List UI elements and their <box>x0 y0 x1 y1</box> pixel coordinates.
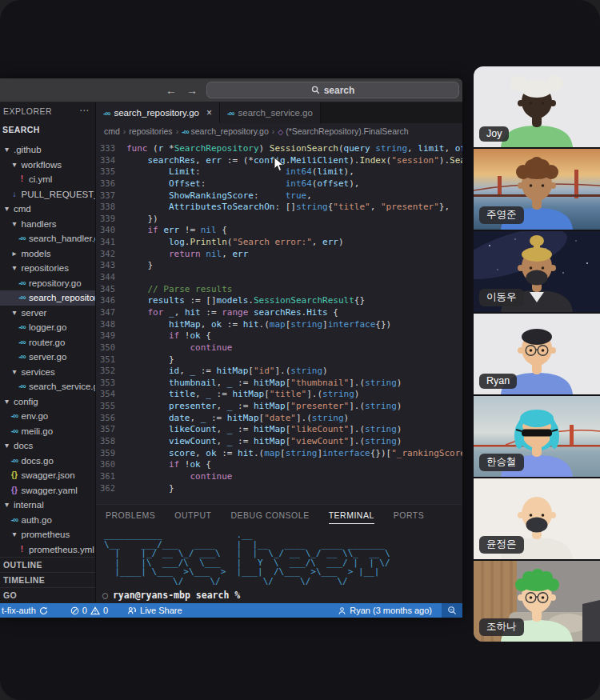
editor-tab[interactable]: -∞search_repository.go× <box>96 102 220 123</box>
tree-item[interactable]: -∞search_handler.go <box>0 231 95 246</box>
breadcrumb[interactable]: cmd›repositories›-∞ search_repository.go… <box>96 123 462 139</box>
status-bar: t-fix-auth 0 0 Live Share Ryan (3 mon <box>0 603 462 618</box>
sidebar-section-timeline[interactable]: TIMELINE <box>0 572 95 587</box>
tree-item[interactable]: ▾handlers <box>0 217 95 232</box>
breadcrumb-label: cmd <box>104 126 120 136</box>
folder-open-icon: ▾ <box>10 527 20 542</box>
tree-item[interactable]: -∞auth.go <box>0 513 95 528</box>
git-branch-label: t-fix-auth <box>2 606 36 615</box>
live-share-label: Live Share <box>140 606 182 615</box>
participant-tile[interactable]: 주영준 <box>474 149 600 230</box>
search-icon <box>311 86 320 94</box>
folder-open-icon: ▾ <box>2 438 12 454</box>
tree-item[interactable]: ↓PULL_REQUEST_T... <box>0 187 95 202</box>
code-line: 346 results := []models.SessionSearchRes… <box>96 294 462 306</box>
tree-item[interactable]: -∞server.go <box>0 350 95 365</box>
tree-item[interactable]: -∞router.go <box>0 335 95 350</box>
panel-tab[interactable]: DEBUG CONSOLE <box>231 507 310 523</box>
breadcrumb-item[interactable]: ◇ (*SearchRepository).FinalSearch <box>278 126 408 136</box>
close-icon[interactable]: × <box>206 107 212 118</box>
vscode-titlebar: ← → search <box>0 78 462 102</box>
tree-item[interactable]: ▾services <box>0 365 95 380</box>
participant-tile[interactable]: 조하나 <box>474 561 600 642</box>
tree-item[interactable]: !prometheus.yml <box>0 542 95 558</box>
person-icon <box>338 606 346 615</box>
participant-name: 주영준 <box>479 206 524 224</box>
tree-item[interactable]: ▾config <box>0 394 95 410</box>
terminal-prompt[interactable]: ○ryan@ryans-mbp search % <box>102 590 240 601</box>
symbol-icon: ◇ <box>278 128 283 136</box>
line-number: 362 <box>96 482 126 494</box>
tree-item[interactable]: -∞docs.go <box>0 454 95 469</box>
tree-item[interactable]: {}swagger.yaml <box>0 483 95 498</box>
project-section-header[interactable]: SEARCH <box>0 125 95 134</box>
line-number: 359 <box>96 447 126 459</box>
go-file-icon: -∞ <box>17 350 27 365</box>
folder-open-icon: ▾ <box>2 498 12 513</box>
command-center-search[interactable]: search <box>206 82 459 98</box>
line-number: 344 <box>96 271 126 283</box>
line-number: 346 <box>96 294 126 306</box>
participant-tile[interactable]: 한승철 <box>474 396 600 477</box>
breadcrumb-item[interactable]: cmd <box>104 126 120 136</box>
panel-tab[interactable]: PROBLEMS <box>106 507 155 523</box>
tree-item-label: auth.go <box>22 513 52 528</box>
folder-open-icon: ▾ <box>10 158 20 173</box>
tree-item[interactable]: ▾workflows <box>0 158 95 173</box>
code-line: 351 } <box>96 354 462 366</box>
line-number: 357 <box>96 423 126 435</box>
sidebar-section-go[interactable]: GO <box>0 587 95 602</box>
tab-label: search_repository.go <box>114 108 199 118</box>
git-branch[interactable]: t-fix-auth <box>2 606 48 615</box>
tree-item[interactable]: -∞logger.go <box>0 320 95 335</box>
tree-item[interactable]: -∞search_service.go <box>0 379 95 394</box>
tree-item[interactable]: ▾cmd <box>0 202 95 217</box>
tree-item[interactable]: -∞search_repository... <box>0 290 95 306</box>
tree-item[interactable]: -∞env.go <box>0 409 95 424</box>
tree-item[interactable]: ▾.github <box>0 142 95 158</box>
sidebar-section-outline[interactable]: OUTLINE <box>0 557 95 572</box>
file-tree: ▾.github▾workflows!ci.yml↓PULL_REQUEST_T… <box>0 142 95 557</box>
participant-tile[interactable]: 이동우 <box>474 231 600 312</box>
bottom-panel: PROBLEMSOUTPUTDEBUG CONSOLETERMINALPORTS… <box>96 504 462 602</box>
participant-tile[interactable]: Joy <box>474 66 600 147</box>
tree-item-label: docs <box>14 438 33 454</box>
tree-item[interactable]: ▾internal <box>0 498 95 513</box>
tree-item[interactable]: -∞repository.go <box>0 276 95 291</box>
explorer-sidebar: EXPLORER ⋯ SEARCH ▾.github▾workflows!ci.… <box>0 102 96 602</box>
participant-tile[interactable]: 윤정은 <box>474 478 600 559</box>
live-share-button[interactable]: Live Share <box>127 606 182 615</box>
tree-item[interactable]: ▾prometheus <box>0 527 95 542</box>
mouse-cursor <box>274 157 285 172</box>
nav-back-icon[interactable]: ← <box>166 83 177 98</box>
panel-tab[interactable]: TERMINAL <box>329 507 374 524</box>
panel-tab[interactable]: OUTPUT <box>174 507 211 523</box>
breadcrumb-item[interactable]: -∞ search_repository.go <box>182 126 269 136</box>
tree-item-label: ci.yml <box>29 172 52 187</box>
code-editor[interactable]: 333func (r *SearchRepository) SessionSea… <box>96 139 462 504</box>
git-blame-info[interactable]: Ryan (3 months ago) <box>338 606 432 615</box>
tree-item[interactable]: -∞meili.go <box>0 424 95 439</box>
panel-tab[interactable]: PORTS <box>394 507 424 523</box>
tree-item[interactable]: !ci.yml <box>0 172 95 187</box>
editor-tab[interactable]: -∞search_service.go <box>220 102 321 123</box>
tree-item-label: logger.go <box>29 320 66 335</box>
tree-item[interactable]: {}swagger.json <box>0 468 95 483</box>
tree-item-label: env.go <box>22 409 49 424</box>
line-number: 347 <box>96 306 126 318</box>
code-line: 336 Offset: int64(offset), <box>96 178 462 190</box>
tree-item[interactable]: ▾repositories <box>0 261 95 276</box>
app-canvas: ← → search -∞search_repository.go×-∞sear… <box>0 0 600 700</box>
breadcrumb-item[interactable]: repositories <box>129 126 172 136</box>
nav-forward-icon[interactable]: → <box>186 83 198 98</box>
tree-item-label: search_handler.go <box>29 231 95 246</box>
tree-item[interactable]: ▸models <box>0 246 95 262</box>
problems-indicator[interactable]: 0 0 <box>70 606 108 615</box>
participant-tile[interactable]: Ryan <box>474 314 600 394</box>
tree-item[interactable]: ▾server <box>0 306 95 321</box>
code-line: 345 // Parse results <box>96 283 462 295</box>
more-actions-icon[interactable]: ⋯ <box>79 105 89 116</box>
zoom-indicator[interactable] <box>442 603 462 618</box>
code-line: 361 continue <box>96 470 462 482</box>
tree-item[interactable]: ▾docs <box>0 438 95 454</box>
